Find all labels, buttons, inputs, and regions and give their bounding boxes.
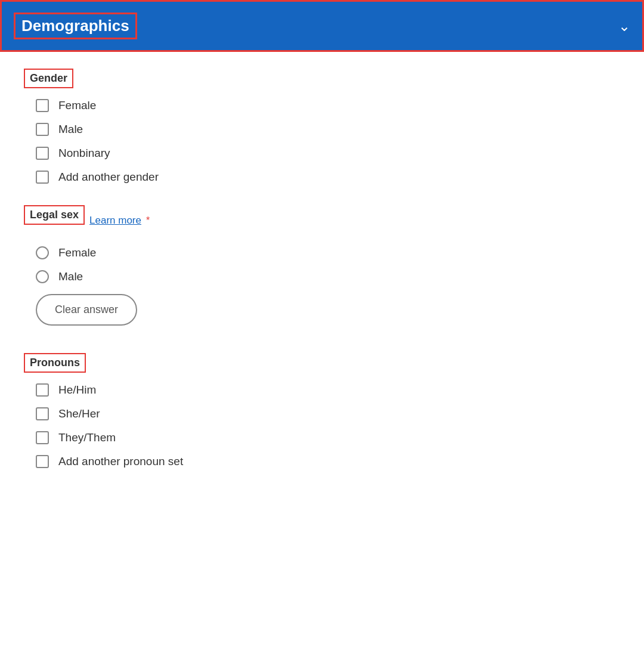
gender-nonbinary-label[interactable]: Nonbinary bbox=[58, 147, 110, 160]
gender-nonbinary-checkbox[interactable] bbox=[36, 147, 49, 160]
gender-male-label[interactable]: Male bbox=[58, 123, 83, 136]
gender-female-label[interactable]: Female bbox=[58, 99, 96, 112]
pronouns-add-another-label[interactable]: Add another pronoun set bbox=[58, 455, 183, 468]
list-item: Add another pronoun set bbox=[36, 455, 620, 468]
learn-more-link[interactable]: Learn more bbox=[89, 215, 141, 227]
demographics-header: Demographics ⌄ bbox=[0, 0, 644, 52]
legal-sex-section: Legal sex Learn more* Female Male Clear … bbox=[24, 205, 620, 332]
list-item: Female bbox=[36, 246, 620, 259]
clear-answer-button[interactable]: Clear answer bbox=[36, 294, 137, 326]
legal-sex-label: Legal sex bbox=[24, 205, 85, 225]
gender-add-another-checkbox[interactable] bbox=[36, 171, 49, 184]
list-item: He/Him bbox=[36, 383, 620, 397]
gender-female-checkbox[interactable] bbox=[36, 99, 49, 112]
pronouns-they-them-checkbox[interactable] bbox=[36, 431, 49, 444]
legal-sex-female-label[interactable]: Female bbox=[58, 246, 96, 259]
pronouns-he-him-checkbox[interactable] bbox=[36, 383, 49, 397]
legal-sex-female-radio[interactable] bbox=[36, 246, 49, 259]
list-item: They/Them bbox=[36, 431, 620, 444]
pronouns-they-them-label[interactable]: They/Them bbox=[58, 431, 116, 444]
list-item: Female bbox=[36, 99, 620, 112]
page-title: Demographics bbox=[14, 13, 137, 39]
gender-male-checkbox[interactable] bbox=[36, 123, 49, 136]
legal-sex-male-radio[interactable] bbox=[36, 270, 49, 283]
gender-add-another-label[interactable]: Add another gender bbox=[58, 171, 159, 184]
pronouns-she-her-checkbox[interactable] bbox=[36, 407, 49, 420]
pronouns-she-her-label[interactable]: She/Her bbox=[58, 407, 100, 420]
main-content: Gender Female Male Nonbinary Add another… bbox=[0, 52, 644, 506]
list-item: Add another gender bbox=[36, 171, 620, 184]
list-item: She/Her bbox=[36, 407, 620, 420]
required-star: * bbox=[146, 215, 150, 226]
pronouns-label: Pronouns bbox=[24, 353, 86, 373]
gender-label: Gender bbox=[24, 69, 73, 88]
pronouns-he-him-label[interactable]: He/Him bbox=[58, 383, 96, 397]
list-item: Male bbox=[36, 270, 620, 283]
list-item: Male bbox=[36, 123, 620, 136]
gender-section: Gender Female Male Nonbinary Add another… bbox=[24, 69, 620, 184]
pronouns-section: Pronouns He/Him She/Her They/Them Add an… bbox=[24, 353, 620, 468]
list-item: Nonbinary bbox=[36, 147, 620, 160]
chevron-down-icon[interactable]: ⌄ bbox=[618, 18, 630, 35]
pronouns-add-another-checkbox[interactable] bbox=[36, 455, 49, 468]
legal-sex-male-label[interactable]: Male bbox=[58, 270, 83, 283]
